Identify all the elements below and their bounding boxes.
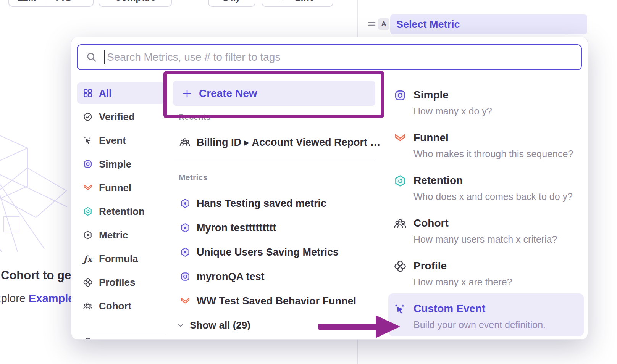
- example-reports-link[interactable]: Example: [29, 292, 74, 304]
- sidebar-item-all[interactable]: All: [77, 82, 166, 104]
- saved-metric-icon: [180, 222, 191, 233]
- sidebar-item-cohort[interactable]: Cohort: [77, 295, 166, 317]
- show-all-toggle[interactable]: Show all (29): [177, 319, 250, 331]
- type-custom-event[interactable]: Custom Event Build your own event defini…: [388, 293, 584, 336]
- metric-list-item[interactable]: Hans Testing saved metric: [180, 195, 326, 212]
- sidebar-item-funnel[interactable]: Funnel: [77, 177, 166, 198]
- metric-item-label: Unique Users Saving Metrics: [197, 246, 339, 258]
- sidebar-item-label: Funnel: [99, 182, 131, 194]
- drag-handle-icon[interactable]: [368, 21, 376, 29]
- series-a-badge: A: [378, 18, 389, 30]
- grid-icon: [83, 88, 93, 98]
- search-input[interactable]: [106, 51, 581, 64]
- type-simple[interactable]: Simple How many x do y?: [388, 88, 584, 117]
- type-title: Retention: [413, 174, 584, 187]
- sidebar-item-label: All: [99, 87, 111, 99]
- recent-item-label: Billing ID ▸ Account Viewed Report …: [197, 136, 381, 148]
- recent-item[interactable]: Billing ID ▸ Account Viewed Report …: [179, 133, 381, 151]
- type-description: Build your own event definition.: [413, 319, 584, 330]
- range-12m-button[interactable]: 12M: [9, 0, 45, 6]
- chart-type-line-button[interactable]: Line: [262, 0, 333, 7]
- type-retention[interactable]: Retention Who does x and comes back to d…: [388, 174, 584, 202]
- range-ytd-button[interactable]: YTD: [45, 0, 93, 6]
- compare-label: Compare: [115, 0, 156, 3]
- funnel-icon: [83, 183, 93, 193]
- metrics-header: Metrics: [179, 173, 208, 182]
- profiles-flower-icon: [83, 277, 93, 287]
- retention-icon: [394, 174, 407, 187]
- search-icon: [86, 52, 97, 63]
- type-description: How many users match x criteria?: [413, 234, 584, 245]
- metric-item-label: myronQA test: [197, 271, 265, 283]
- sidebar-item-label: Retention: [99, 206, 145, 217]
- sidebar-item-verified[interactable]: Verified: [77, 106, 166, 127]
- cohort-people-icon: [179, 137, 191, 148]
- create-new-label: Create New: [199, 87, 257, 100]
- compare-button[interactable]: Compare: [99, 0, 172, 7]
- sidebar-item-simple[interactable]: Simple: [77, 153, 166, 175]
- custom-event-sparkle-icon: [394, 303, 407, 316]
- formula-icon: ƒx: [83, 254, 93, 264]
- metric-list-item[interactable]: WW Test Saved Behavior Funnel: [180, 293, 356, 309]
- show-all-label: Show all (29): [190, 319, 250, 331]
- day-granularity-button[interactable]: Day: [208, 0, 255, 7]
- app-window: 12M YTD Compare Day Line A Select Metric: [0, 0, 617, 364]
- metric-list-item[interactable]: Unique Users Saving Metrics: [180, 244, 339, 261]
- metric-list-item[interactable]: Myron testtttttttt: [180, 219, 276, 236]
- type-title: Cohort: [413, 216, 584, 230]
- cohort-people-icon: [394, 217, 407, 230]
- metric-list-item[interactable]: myronQA test: [180, 268, 265, 285]
- type-title: Profile: [413, 259, 584, 273]
- sidebar-item-label: Cohort: [99, 300, 131, 312]
- verified-badge-icon: [83, 112, 93, 122]
- sidebar-item-label: Verified: [99, 111, 135, 123]
- type-title: Simple: [413, 88, 584, 102]
- range-ytd-label: YTD: [54, 0, 73, 3]
- explore-text: xplore: [0, 292, 26, 304]
- chevron-down-icon: [77, 0, 84, 1]
- type-title: Custom Event: [413, 302, 584, 316]
- sidebar-item-event[interactable]: Event: [77, 130, 166, 151]
- sidebar-item-label: Formula: [99, 253, 138, 265]
- day-label: Day: [223, 0, 241, 3]
- type-description: How many x do y?: [413, 105, 584, 117]
- type-description: Who makes it through this sequence?: [413, 148, 584, 159]
- profiles-flower-icon: [394, 260, 407, 273]
- simple-metric-icon: [394, 89, 407, 102]
- line-label: Line: [295, 0, 314, 3]
- sidebar-item-label: Simple: [99, 158, 131, 170]
- event-sparkle-icon: [83, 135, 93, 145]
- date-range-segmented-control: 12M YTD: [8, 0, 94, 7]
- funnel-icon: [180, 296, 191, 306]
- sidebar-item-retention[interactable]: Retention: [77, 201, 166, 222]
- plus-icon: [182, 89, 192, 98]
- chevron-down-icon: [177, 322, 184, 329]
- sidebar-item-profiles[interactable]: Profiles: [77, 272, 166, 293]
- sidebar-item-label: Profiles: [99, 277, 135, 288]
- sidebar-item-formula[interactable]: ƒx Formula: [77, 248, 166, 269]
- line-chart-icon: [280, 0, 290, 2]
- type-cohort[interactable]: Cohort How many users match x criteria?: [388, 216, 584, 245]
- saved-metric-icon: [83, 230, 93, 240]
- cohort-people-icon: [83, 301, 93, 311]
- sidebar-separator: [77, 333, 166, 333]
- metric-item-label: Myron testtttttttt: [197, 222, 276, 234]
- type-profile[interactable]: Profile How many x are there?: [388, 259, 584, 288]
- category-sidebar: All Verified Event Simple: [77, 82, 166, 319]
- type-funnel[interactable]: Funnel Who makes it through this sequenc…: [388, 131, 584, 159]
- type-title: Funnel: [413, 131, 584, 145]
- sidebar-item-partial-icon: [83, 337, 93, 340]
- metric-item-label: WW Test Saved Behavior Funnel: [197, 295, 356, 307]
- empty-state-subtext: xplore Example: [0, 292, 74, 305]
- select-metric-field[interactable]: Select Metric: [390, 14, 587, 34]
- simple-metric-icon: [83, 159, 93, 169]
- sidebar-item-metric[interactable]: Metric: [77, 224, 166, 246]
- create-new-button[interactable]: Create New: [173, 81, 375, 106]
- section-divider: [174, 161, 375, 161]
- empty-state-heading: Cohort to ge: [1, 269, 71, 282]
- simple-metric-icon: [180, 271, 191, 282]
- saved-metric-icon: [180, 198, 191, 209]
- saved-metric-icon: [180, 247, 191, 258]
- metric-picker-modal: All Verified Event Simple: [71, 37, 588, 340]
- search-box: [77, 44, 582, 70]
